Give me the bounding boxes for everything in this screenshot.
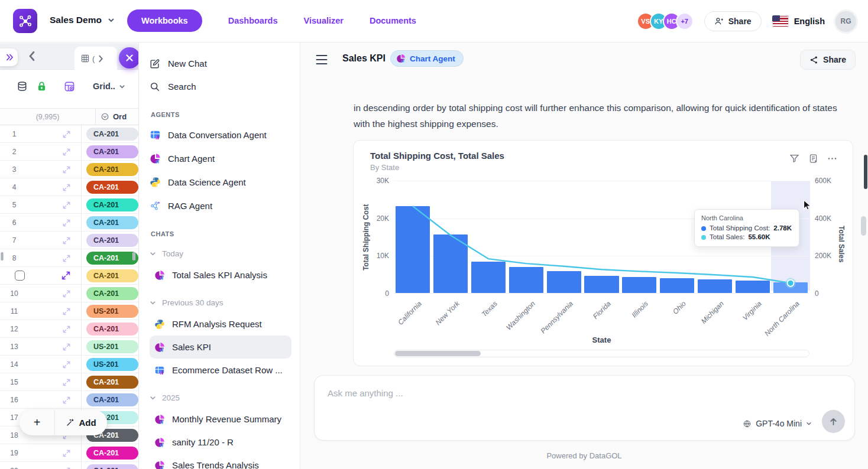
- chat-group-previous-30-days[interactable]: Previous 30 days: [150, 295, 292, 310]
- order-id-badge[interactable]: US-201: [86, 358, 138, 371]
- table-row[interactable]: 13US-201: [0, 338, 138, 356]
- send-button[interactable]: [822, 410, 845, 433]
- nav-dashboards[interactable]: Dashboards: [228, 16, 278, 25]
- filter-icon[interactable]: [789, 154, 799, 164]
- table-row[interactable]: 6CA-201: [0, 214, 138, 232]
- table-row[interactable]: 7CA-201: [0, 232, 138, 249]
- next-tab-button[interactable]: [97, 55, 105, 63]
- order-id-badge[interactable]: CA-201: [86, 234, 138, 247]
- expand-row-icon[interactable]: [63, 201, 70, 209]
- table-row[interactable]: 19CA-201: [0, 444, 138, 462]
- order-id-cell[interactable]: CA-201: [82, 143, 138, 160]
- more-options-icon[interactable]: [827, 154, 837, 164]
- order-id-badge[interactable]: CA-201: [86, 128, 138, 141]
- order-id-cell[interactable]: US-201: [82, 302, 138, 320]
- order-id-cell[interactable]: CA-201: [82, 196, 138, 213]
- expand-row-icon[interactable]: [63, 183, 70, 191]
- expand-row-icon[interactable]: [63, 130, 70, 138]
- menu-icon[interactable]: [315, 54, 328, 65]
- model-selector[interactable]: GPT-4o Mini: [743, 419, 812, 428]
- chat-group-2025[interactable]: 2025: [150, 390, 292, 405]
- order-id-badge[interactable]: CA-201: [86, 145, 138, 158]
- order-id-badge[interactable]: US-201: [86, 305, 138, 318]
- order-id-cell[interactable]: CA-201: [82, 249, 138, 266]
- table-row[interactable]: 2CA-201: [0, 143, 138, 161]
- avatar-plus7[interactable]: +7: [676, 12, 694, 30]
- order-id-cell[interactable]: CA-201: [82, 214, 138, 231]
- order-id-cell[interactable]: US-201: [82, 338, 138, 355]
- order-id-badge[interactable]: CA-201: [86, 464, 138, 469]
- order-id-badge[interactable]: CA-201: [86, 163, 138, 176]
- workspace-switcher[interactable]: Sales Demo: [50, 15, 115, 25]
- expand-row-icon[interactable]: [63, 449, 70, 457]
- expand-row-icon[interactable]: [63, 148, 70, 155]
- datagol-logo-icon[interactable]: [13, 9, 37, 33]
- order-id-badge[interactable]: CA-201: [86, 252, 138, 265]
- table-row[interactable]: 10CA-201: [0, 285, 138, 302]
- database-icon[interactable]: [17, 81, 28, 92]
- expand-row-icon[interactable]: [63, 343, 70, 350]
- table-row[interactable]: 15CA-201: [0, 373, 138, 391]
- order-id-cell[interactable]: CA-201: [82, 267, 138, 284]
- agent-item-data-science-agent[interactable]: Data Science Agent: [150, 170, 292, 194]
- order-id-badge[interactable]: CA-201: [86, 376, 138, 389]
- order-id-cell[interactable]: CA-201: [82, 178, 138, 196]
- search-button[interactable]: Search: [150, 75, 292, 98]
- chat-item-sanity-11-20-r[interactable]: sanity 11/20 - R: [150, 431, 292, 454]
- order-id-badge[interactable]: CA-201: [86, 269, 138, 282]
- agent-badge[interactable]: Chart Agent: [390, 50, 464, 67]
- new-chat-button[interactable]: New Chat: [150, 52, 292, 75]
- order-id-badge[interactable]: CA-201: [86, 447, 138, 460]
- expand-row-icon[interactable]: [63, 289, 70, 297]
- chat-item-monthly-revenue-summary[interactable]: Monthly Revenue Summary: [150, 408, 292, 431]
- expand-row-icon[interactable]: [63, 219, 70, 226]
- user-avatar[interactable]: RG: [835, 11, 856, 32]
- ask-input[interactable]: [328, 384, 741, 402]
- chat-share-button[interactable]: Share: [800, 50, 856, 70]
- nav-documents[interactable]: Documents: [370, 16, 416, 25]
- table-row[interactable]: 4CA-201: [0, 178, 138, 196]
- grid-sheet-tab[interactable]: (: [75, 47, 117, 70]
- lock-icon[interactable]: [36, 81, 47, 92]
- order-id-cell[interactable]: US-201: [82, 356, 138, 373]
- chat-item-sales-kpi[interactable]: Sales KPI: [150, 336, 292, 359]
- view-mode-dropdown[interactable]: Grid..: [93, 82, 125, 91]
- agent-item-rag-agent[interactable]: RAG Agent: [150, 194, 292, 217]
- agent-item-data-conversation-agent[interactable]: Data Conversation Agent: [150, 123, 292, 146]
- order-id-cell[interactable]: CA-201: [82, 391, 138, 408]
- chat-item-total-sales-kpi-analysis[interactable]: Total Sales KPI Analysis: [150, 263, 292, 286]
- order-id-cell[interactable]: CA-201: [82, 444, 138, 461]
- chart-notes-icon[interactable]: [808, 154, 818, 164]
- chart-scrollbar[interactable]: [394, 350, 809, 357]
- panel-resize-handle-right[interactable]: [132, 252, 135, 260]
- prev-tab-button[interactable]: [27, 51, 37, 61]
- order-id-badge[interactable]: CA-201: [86, 393, 138, 406]
- table-row[interactable]: 12CA-201: [0, 320, 138, 338]
- chat-item-ecommerce-dataset-row-[interactable]: Ecommerce Dataset Row ...: [150, 359, 292, 382]
- table-row[interactable]: 14US-201: [0, 356, 138, 373]
- add-row-plus-button[interactable]: +: [20, 410, 55, 435]
- expand-row-icon[interactable]: [63, 307, 70, 315]
- expand-row-icon[interactable]: [63, 360, 70, 368]
- table-row[interactable]: 20CA-201: [0, 462, 138, 469]
- table-row[interactable]: 1CA-201: [0, 125, 138, 143]
- nav-workbooks[interactable]: Workbooks: [127, 9, 202, 32]
- expand-row-icon[interactable]: [63, 467, 70, 469]
- order-id-cell[interactable]: CA-201: [82, 285, 138, 302]
- order-id-badge[interactable]: CA-201: [86, 216, 138, 229]
- table-row[interactable]: CA-201: [0, 267, 138, 285]
- order-id-cell[interactable]: CA-201: [82, 161, 138, 178]
- close-panel-button[interactable]: [119, 47, 139, 69]
- collaborator-avatars[interactable]: VSKYHC+7: [637, 12, 694, 30]
- order-id-badge[interactable]: CA-201: [86, 198, 138, 211]
- expand-row-icon[interactable]: [63, 165, 70, 173]
- expand-row-icon[interactable]: [61, 271, 70, 280]
- language-selector[interactable]: English: [772, 15, 825, 27]
- page-scrollbar-dark[interactable]: [864, 155, 867, 189]
- table-row[interactable]: 3CA-201: [0, 161, 138, 178]
- table-row[interactable]: 8CA-201: [0, 249, 138, 267]
- table-row[interactable]: 16CA-201: [0, 391, 138, 409]
- workspace-share-button[interactable]: Share: [704, 11, 762, 31]
- row-checkbox[interactable]: [15, 271, 25, 281]
- table-row[interactable]: 5CA-201: [0, 196, 138, 214]
